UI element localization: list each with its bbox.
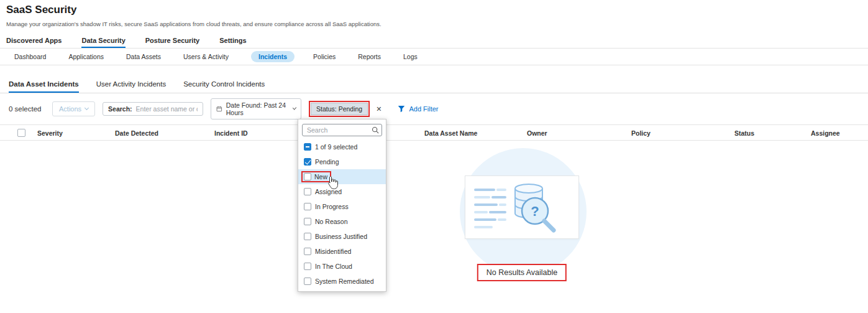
- incident-tabs: Data Asset Incidents User Activity Incid…: [0, 75, 868, 93]
- dropdown-option-system-remediated[interactable]: System Remediated: [298, 274, 386, 289]
- tab-user-activity-incidents[interactable]: User Activity Incidents: [96, 80, 166, 93]
- checkbox-unchecked[interactable]: [304, 263, 311, 270]
- sub-nav-logs[interactable]: Logs: [403, 53, 418, 60]
- tab-data-asset-incidents[interactable]: Data Asset Incidents: [9, 80, 79, 93]
- status-filter-annotation: Status: Pending: [309, 101, 370, 117]
- saas-security-page: SaaS Security Manage your organization's…: [0, 0, 868, 313]
- sub-nav-incidents[interactable]: Incidents: [251, 51, 295, 62]
- main-nav: Discovered Apps Data Security Posture Se…: [0, 34, 868, 49]
- dropdown-search[interactable]: [302, 124, 382, 136]
- checkbox-unchecked[interactable]: [304, 173, 311, 180]
- main-nav-posture-security[interactable]: Posture Security: [145, 37, 199, 48]
- dropdown-summary-label: 1 of 9 selected: [315, 143, 357, 151]
- search-label: Search:: [108, 105, 132, 113]
- dropdown-option-in-progress[interactable]: In Progress: [298, 199, 386, 214]
- checkbox-unchecked[interactable]: [304, 203, 311, 210]
- dropdown-option-in-the-cloud[interactable]: In The Cloud: [298, 259, 386, 274]
- column-header-incident-id[interactable]: Incident ID: [214, 129, 248, 137]
- search-icon: [372, 126, 379, 134]
- main-nav-settings[interactable]: Settings: [219, 37, 246, 48]
- column-header-severity[interactable]: Severity: [37, 129, 63, 137]
- tab-security-control-incidents[interactable]: Security Control Incidents: [183, 80, 265, 93]
- option-label: In Progress: [315, 203, 349, 210]
- dropdown-option-business-justified[interactable]: Business Justified: [298, 229, 386, 244]
- dropdown-search-input[interactable]: [302, 124, 382, 136]
- search-box[interactable]: Search:: [103, 102, 203, 116]
- column-header-owner[interactable]: Owner: [527, 129, 547, 137]
- main-nav-discovered-apps[interactable]: Discovered Apps: [6, 37, 62, 48]
- checkbox-unchecked[interactable]: [304, 233, 311, 240]
- column-header-policy[interactable]: Policy: [631, 129, 651, 137]
- add-filter-label: Add Filter: [409, 105, 438, 113]
- new-option-annotation: New: [301, 171, 331, 182]
- sub-nav-users-activity[interactable]: Users & Activity: [183, 53, 229, 60]
- actions-label: Actions: [59, 105, 81, 113]
- checkbox-unchecked[interactable]: [304, 218, 311, 225]
- empty-state: ? No Results Available: [452, 143, 592, 292]
- column-header-data-asset-name[interactable]: Data Asset Name: [424, 129, 477, 137]
- sub-nav-applications[interactable]: Applications: [68, 53, 104, 60]
- dropdown-option-misidentified[interactable]: Misidentified: [298, 244, 386, 259]
- date-filter-label: Date Found: Past 24 Hours: [226, 101, 290, 116]
- svg-text:?: ?: [531, 203, 539, 219]
- sub-nav-reports[interactable]: Reports: [358, 53, 381, 60]
- spacer: [0, 65, 868, 75]
- status-filter-chip[interactable]: Status: Pending: [311, 103, 368, 115]
- chevron-down-icon: [85, 106, 89, 110]
- column-header-date-detected[interactable]: Date Detected: [115, 129, 158, 137]
- dropdown-option-new[interactable]: New: [298, 169, 386, 184]
- sub-nav-data-assets[interactable]: Data Assets: [126, 53, 161, 60]
- page-title: SaaS Security: [6, 4, 862, 16]
- column-header-status[interactable]: Status: [734, 129, 754, 137]
- add-filter-button[interactable]: Add Filter: [398, 105, 438, 113]
- option-label: New: [314, 173, 327, 180]
- empty-state-card: ?: [465, 175, 579, 239]
- indeterminate-checkbox[interactable]: [304, 143, 311, 151]
- no-results-illustration-icon: ?: [465, 176, 578, 238]
- select-all-checkbox[interactable]: [17, 129, 25, 137]
- dropdown-option-pending[interactable]: Pending: [298, 154, 386, 169]
- option-label: Pending: [315, 158, 339, 166]
- checkbox-unchecked[interactable]: [304, 278, 311, 285]
- checkbox-unchecked[interactable]: [304, 248, 311, 255]
- hand-cursor-icon: [327, 175, 339, 190]
- funnel-icon: [398, 105, 405, 113]
- search-input[interactable]: [136, 105, 198, 113]
- chevron-down-icon: [293, 106, 297, 110]
- selected-count: 0 selected: [9, 105, 45, 113]
- status-filter-label: Status: Pending: [316, 105, 362, 113]
- option-label: Business Justified: [315, 233, 367, 240]
- checkbox-unchecked[interactable]: [304, 188, 311, 195]
- sub-nav-dashboard[interactable]: Dashboard: [14, 53, 46, 60]
- dropdown-option-no-reason[interactable]: No Reason: [298, 214, 386, 229]
- actions-button[interactable]: Actions: [52, 101, 95, 116]
- page-header: SaaS Security Manage your organization's…: [0, 0, 868, 27]
- remove-status-filter-icon[interactable]: ✕: [376, 105, 381, 113]
- sub-nav-policies[interactable]: Policies: [313, 53, 336, 60]
- checkbox-checked[interactable]: [304, 158, 311, 166]
- dropdown-option-assigned[interactable]: Assigned: [298, 184, 386, 199]
- option-label: In The Cloud: [315, 263, 352, 270]
- dropdown-summary-row[interactable]: 1 of 9 selected: [298, 139, 386, 154]
- option-label: System Remediated: [315, 278, 374, 285]
- sub-nav: Dashboard Applications Data Assets Users…: [0, 49, 868, 65]
- option-label: No Reason: [315, 218, 348, 225]
- option-label: Misidentified: [315, 248, 351, 255]
- date-found-filter[interactable]: Date Found: Past 24 Hours: [211, 98, 301, 119]
- calendar-icon: [216, 105, 222, 113]
- no-results-message: No Results Available: [477, 264, 567, 281]
- column-header-assignee[interactable]: Assignee: [811, 129, 840, 137]
- table-header: Severity Date Detected Incident ID Data …: [0, 124, 868, 141]
- main-nav-data-security[interactable]: Data Security: [81, 37, 125, 48]
- page-subtitle: Manage your organization's shadow IT ris…: [6, 21, 862, 27]
- status-filter-dropdown: 1 of 9 selected Pending New Assigned In …: [298, 119, 386, 292]
- toolbar: 0 selected Actions Search: Date Found: P…: [0, 93, 868, 124]
